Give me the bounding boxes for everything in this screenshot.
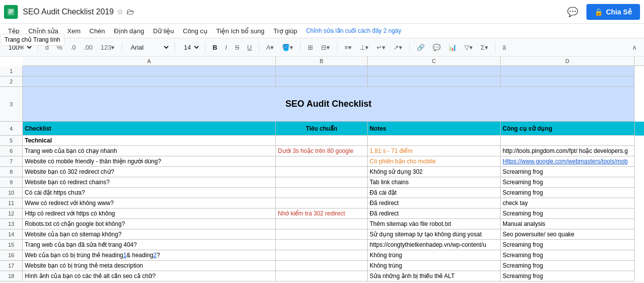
cell-18a[interactable]: Hình ảnh của bạn có các thẻ alt cần seo …: [23, 271, 276, 282]
row-num-9[interactable]: 9: [0, 177, 23, 188]
cell-18b[interactable]: [276, 271, 368, 282]
cell-8b[interactable]: [276, 167, 368, 177]
menu-congcu[interactable]: Công cụ: [179, 26, 211, 36]
row-num-11[interactable]: 11: [0, 198, 23, 209]
align-v-button[interactable]: ⊥▾: [357, 43, 372, 52]
row-num-6[interactable]: 6: [0, 146, 23, 156]
filter-button[interactable]: ▽▾: [461, 43, 476, 52]
cell-5a[interactable]: Technical: [23, 136, 276, 146]
cell-10b[interactable]: [276, 188, 368, 198]
fill-color-button[interactable]: 🪣▾: [279, 43, 296, 52]
cell-14c[interactable]: Sử dụng sitemap tự tạo không dùng yosat: [368, 229, 501, 240]
borders-button[interactable]: ⊞: [305, 43, 316, 52]
font-size-select[interactable]: 14: [179, 42, 201, 53]
merge-button[interactable]: ⊟▾: [318, 43, 333, 52]
row-num-15[interactable]: 15: [0, 240, 23, 250]
col-header-b[interactable]: B: [276, 57, 368, 66]
menu-chen[interactable]: Chèn: [85, 26, 109, 36]
cell-15b[interactable]: [276, 240, 368, 250]
cell-14a[interactable]: Website của bạn có sitemap không?: [23, 229, 276, 240]
link-button[interactable]: 🔗: [414, 43, 428, 52]
row-num-2[interactable]: 2: [0, 76, 23, 87]
row-num-1[interactable]: 1: [0, 66, 23, 76]
cell-9b[interactable]: [276, 177, 368, 188]
cell-11d[interactable]: check tay: [501, 198, 635, 209]
cell-12b[interactable]: Nhớ kiểm tra 302 redirect: [276, 209, 368, 219]
menu-trogiup[interactable]: Trợ giúp: [269, 26, 301, 36]
format-123[interactable]: 123▾: [98, 43, 118, 52]
row-num-3[interactable]: 3: [0, 87, 23, 122]
align-h-button[interactable]: ≡▾: [341, 43, 355, 52]
row-num-18[interactable]: 18: [0, 271, 23, 282]
cell-10d[interactable]: Screaming frog: [501, 188, 635, 198]
row-num-13[interactable]: 13: [0, 219, 23, 229]
function-button[interactable]: Σ▾: [478, 43, 491, 52]
cell-6b[interactable]: Dưới 3s hoặc trên 80 google: [276, 146, 368, 156]
cell-5d[interactable]: [501, 136, 635, 146]
cell-7a[interactable]: Website có mobile friendly - thân thiện …: [23, 156, 276, 167]
cell-1a[interactable]: [23, 66, 276, 76]
cell-2b[interactable]: [276, 76, 368, 87]
cell-16c[interactable]: Không trùng: [368, 250, 501, 261]
cell-11b[interactable]: [276, 198, 368, 209]
cell-6d[interactable]: http://tools.pingdom.com/fpt/ hoặc devel…: [501, 146, 635, 156]
cell-12a[interactable]: Http có redirect với https có không: [23, 209, 276, 219]
cell-17d[interactable]: Screaming frog: [501, 261, 635, 271]
cell-8c[interactable]: Không sử dụng 302: [368, 167, 501, 177]
font-select[interactable]: Arial: [126, 42, 171, 53]
cell-17c[interactable]: Không trùng: [368, 261, 501, 271]
cell-3a[interactable]: SEO Audit Checklist: [23, 87, 635, 122]
cell-4d[interactable]: Công cụ sử dụng: [501, 122, 635, 136]
format-dec1[interactable]: .0: [67, 43, 79, 52]
cell-9a[interactable]: Website bạn có redirect chains?: [23, 177, 276, 188]
bold-button[interactable]: B: [209, 43, 220, 52]
col-header-c[interactable]: C: [368, 57, 501, 66]
cell-10a[interactable]: Có cài đặt https chưa?: [23, 188, 276, 198]
cell-9d[interactable]: Screaming frog: [501, 177, 635, 188]
cell-5c[interactable]: [368, 136, 501, 146]
text-color-button[interactable]: A▾: [263, 43, 277, 52]
cell-2d[interactable]: [501, 76, 635, 87]
row-num-12[interactable]: 12: [0, 209, 23, 219]
menu-dulieu[interactable]: Dữ liệu: [149, 26, 178, 36]
row-num-4[interactable]: 4: [0, 122, 23, 136]
cell-8d[interactable]: Screaming frog: [501, 167, 635, 177]
more-button[interactable]: â: [500, 43, 509, 52]
cell-18c[interactable]: Sửa những ảnh bị thiếu thẻ ALT: [368, 271, 501, 282]
cell-17b[interactable]: [276, 261, 368, 271]
cell-15d[interactable]: Screaming frog: [501, 240, 635, 250]
cell-2a[interactable]: [23, 76, 276, 87]
cell-5b[interactable]: [276, 136, 368, 146]
row-num-16[interactable]: 16: [0, 250, 23, 261]
cell-7d[interactable]: Https://www.google.com/webmasters/tools/…: [501, 156, 635, 167]
cell-4a[interactable]: Checklist: [23, 122, 276, 136]
cell-13c[interactable]: Thêm sitemap vào file robot.txt: [368, 219, 501, 229]
cell-7b[interactable]: [276, 156, 368, 167]
row-num-10[interactable]: 10: [0, 188, 23, 198]
row-num-8[interactable]: 8: [0, 167, 23, 177]
cell-10c[interactable]: Đã cài đặt: [368, 188, 501, 198]
cell-12d[interactable]: Screaming frog: [501, 209, 635, 219]
cell-8a[interactable]: Website bạn có 302 redirect chứ?: [23, 167, 276, 177]
col-header-a[interactable]: A: [23, 57, 276, 66]
col-header-d[interactable]: D: [501, 57, 635, 66]
last-edit[interactable]: Chỉnh sửa lần cuối cách đây 2 ngày: [306, 27, 401, 34]
row-num-7[interactable]: 7: [0, 156, 23, 167]
cell-14b[interactable]: [276, 229, 368, 240]
italic-button[interactable]: I: [222, 43, 230, 52]
strikethrough-button[interactable]: S: [232, 43, 242, 52]
row-num-17[interactable]: 17: [0, 261, 23, 271]
cell-1d[interactable]: [501, 66, 635, 76]
collapse-button[interactable]: ∧: [629, 43, 640, 52]
cell-6c[interactable]: 1.81 s - 71 điểm: [368, 146, 501, 156]
cell-7c[interactable]: Có phiên bản cho mobile: [368, 156, 501, 167]
cell-12c[interactable]: Đã redirect: [368, 209, 501, 219]
row-num-5[interactable]: 5: [0, 136, 23, 146]
doc-title[interactable]: SEO Audit Checklist 2019: [23, 7, 114, 16]
cell-1b[interactable]: [276, 66, 368, 76]
cell-14d[interactable]: Seo powersuite/ seo quake: [501, 229, 635, 240]
comment-button[interactable]: 💬: [564, 3, 581, 21]
cell-2c[interactable]: [368, 76, 501, 87]
cell-16b[interactable]: [276, 250, 368, 261]
cell-13a[interactable]: Robots.txt có chặn google bot không?: [23, 219, 276, 229]
